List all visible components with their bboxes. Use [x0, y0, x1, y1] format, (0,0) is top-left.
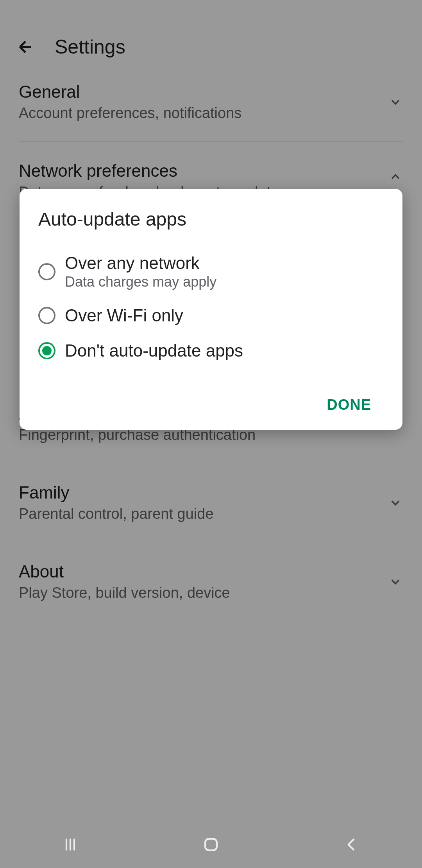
radio-checked-icon [38, 342, 55, 359]
auto-update-dialog: Auto-update apps Over any network Data c… [20, 189, 402, 430]
dialog-title: Auto-update apps [38, 208, 384, 230]
svg-rect-5 [205, 839, 216, 850]
modal-scrim[interactable] [0, 0, 422, 868]
done-button[interactable]: DONE [319, 392, 379, 418]
radio-label: Over Wi-Fi only [65, 306, 384, 325]
radio-option-any-network[interactable]: Over any network Data charges may apply [38, 246, 384, 298]
radio-label: Over any network [65, 253, 384, 273]
home-button[interactable] [195, 829, 227, 860]
back-nav-button[interactable] [336, 829, 367, 860]
radio-sublabel: Data charges may apply [65, 274, 384, 290]
radio-unchecked-icon [38, 263, 55, 280]
recents-button[interactable] [55, 829, 86, 860]
radio-label: Don't auto-update apps [65, 341, 384, 360]
radio-option-wifi-only[interactable]: Over Wi-Fi only [38, 298, 384, 333]
radio-unchecked-icon [38, 307, 55, 324]
navigation-bar [0, 821, 422, 868]
radio-option-dont-update[interactable]: Don't auto-update apps [38, 333, 384, 368]
